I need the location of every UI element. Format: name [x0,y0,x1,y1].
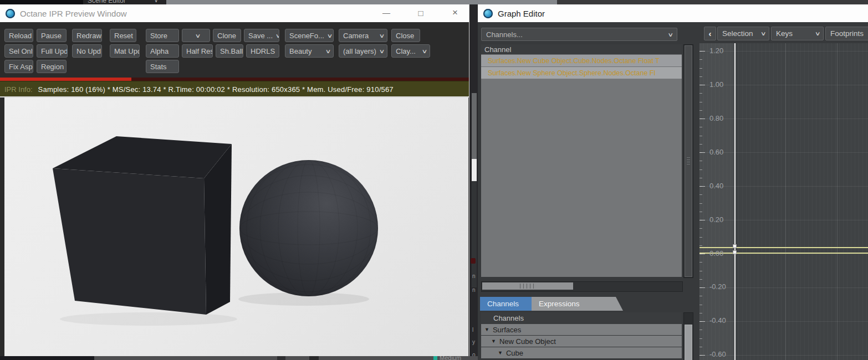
background-scrollbar-track [472,93,477,159]
rendered-scene [4,97,468,356]
quality-label: Medium [440,356,461,360]
scrollbar-grip [520,284,534,289]
chevron-down-icon: ∨ [809,30,820,37]
vertical-gridline [785,43,786,360]
save-dropdown[interactable]: Save ...∨ [244,29,279,42]
curve-graph-area[interactable]: 1.20 1.00 0.80 0.60 0.40 0.20 0.00 -0.20… [699,43,868,360]
button-label: Camera [343,32,369,40]
tab-expressions[interactable]: Expressions [532,297,623,311]
chevron-down-icon: ∨ [323,33,333,39]
scrollbar-thumb[interactable] [685,325,692,360]
button-label: Close [396,32,414,40]
store-button[interactable]: Store [146,29,179,42]
button-label: Reset [114,32,133,40]
background-bottom-strip: Medium [0,356,478,360]
minimize-icon[interactable]: — [379,4,394,21]
channel-list-scrollbar[interactable] [683,44,693,278]
button-label: Store [150,32,167,40]
render-preview-viewport[interactable] [4,97,468,356]
ipr-info-label: IPR Info: [4,85,33,94]
button-label: Mat Upd [114,47,140,55]
reset-button[interactable]: Reset [110,29,136,42]
red-marker-icon [471,258,476,264]
button-label: Fix Asp. [9,63,33,71]
sel-only-button[interactable]: Sel Only [4,44,33,58]
channel-row-cube[interactable]: Surfaces.New Cube Object.Cube.Nodes.Octa… [481,54,682,66]
chevron-collapse-icon[interactable]: ▼ [491,338,496,344]
y-tick-label: 1.00 [709,80,723,89]
ipr-info-bar: IPR Info: Samples: 160 (16%) * MS/Sec: 1… [0,81,469,97]
reload-button[interactable]: Reload [4,29,33,42]
chevron-down-icon: ∨ [375,48,385,54]
sceneformat-dropdown[interactable]: SceneFo...∨ [285,29,334,42]
cube-front-face [53,168,206,315]
tree-row-surfaces[interactable]: ▼ Surfaces [481,324,682,335]
store-dropdown-button[interactable]: ∨ [182,29,210,42]
redraw-button[interactable]: Redraw [72,29,102,42]
tree-row-new-cube-object[interactable]: ▼ New Cube Object [481,336,682,347]
graph-editor-title: Graph Editor [498,9,545,18]
channels-dropdown[interactable]: Channels... ∨ [481,28,677,41]
scene-editor-label[interactable]: Scene Editor [88,0,126,4]
chevron-down-icon: ∨ [755,30,766,37]
channels-tree-header: Channels [481,312,682,323]
y-tick-label: 0.80 [709,114,723,122]
button-label: Clone [217,32,236,40]
chevron-collapse-icon[interactable]: ▼ [484,327,489,332]
no-upd-button[interactable]: No Upd. [72,44,102,58]
maximize-icon[interactable]: □ [413,4,428,21]
footprints-dropdown[interactable]: Footprints ∨ [825,27,868,40]
button-label: Half Res [186,47,213,55]
clone-button[interactable]: Clone [213,29,241,42]
y-tick-label: 0.00 [709,249,723,258]
curve-cube-channel[interactable] [699,247,868,248]
ipr-titlebar[interactable]: Octane IPR Preview Window — □ × [0,4,469,22]
chevron-collapse-icon[interactable]: ▼ [498,350,503,356]
background-gap-strip: n n l y o [469,4,478,360]
channel-list: Channel Surfaces.New Cube Object.Cube.No… [481,44,682,277]
region-button[interactable]: Region [37,60,67,73]
layers-dropdown[interactable]: (all layers)∨ [339,44,387,58]
button-label: Full Upd. [41,47,68,55]
fix-asp-button[interactable]: Fix Asp. [4,60,33,73]
clay-dropdown[interactable]: Clay...∨ [391,44,430,58]
y-tick-label: 0.20 [709,215,723,224]
back-button[interactable]: ‹ [704,27,716,40]
channel-list-hscrollbar[interactable] [481,281,683,292]
close-icon[interactable]: × [447,4,463,21]
tree-row-cube[interactable]: ▼ Cube [481,347,682,358]
button-label: Beauty [289,47,312,55]
chevron-down-icon: ∨ [667,32,673,38]
y-tick-label: 1.20 [709,47,723,55]
selection-dropdown[interactable]: Selection ∨ [717,27,769,40]
mat-upd-button[interactable]: Mat Upd [110,44,140,58]
background-scrollbar-thumb[interactable] [472,159,477,181]
keyframe-marker[interactable] [733,244,737,248]
scrollbar-thumb[interactable] [685,45,692,277]
tree-scrollbar[interactable] [683,312,693,360]
alpha-button[interactable]: Alpha [146,44,179,58]
y-tick-label: -0.40 [709,316,726,325]
full-upd-button[interactable]: Full Upd. [37,44,68,58]
channel-row-sphere[interactable]: Surfaces.New Sphere Object.Sphere.Nodes.… [481,66,682,79]
curve-sphere-channel[interactable] [699,253,868,254]
button-label: HDRLS [251,47,275,55]
close-button[interactable]: Close [391,29,420,42]
button-label: Sh.Ball [220,47,243,55]
scrollbar-thumb[interactable] [482,282,573,290]
shball-button[interactable]: Sh.Ball [216,44,243,58]
channels-dropdown-value: Channels... [486,30,523,39]
graph-editor-titlebar[interactable]: Graph Editor [478,4,868,22]
beauty-dropdown[interactable]: Beauty∨ [285,44,334,58]
camera-dropdown[interactable]: Camera∨ [339,29,387,42]
graph-editor-window: Graph Editor Channels... ∨ Channel Surfa… [478,4,868,360]
current-frame-line[interactable] [734,43,736,360]
stats-button[interactable]: Stats [146,60,179,73]
hdrls-button[interactable]: HDRLS [246,44,279,58]
pause-button[interactable]: Pause [37,29,67,42]
clipped-text: n [472,273,476,279]
half-res-button[interactable]: Half Res [182,44,213,58]
ruler-major-ticks [699,51,705,360]
keyframe-marker[interactable] [733,250,737,254]
keys-dropdown[interactable]: Keys ∨ [771,27,824,40]
